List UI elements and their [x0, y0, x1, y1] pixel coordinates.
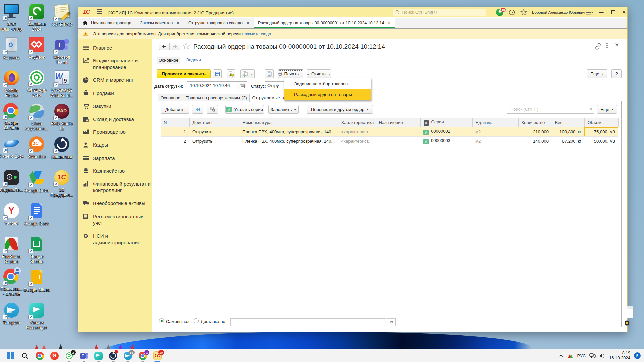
cell-characteristic[interactable]: <характерист... [338, 137, 376, 146]
desktop-icon-anydesk[interactable]: ↗AnyDesk [23, 37, 50, 60]
tray-chevron-icon[interactable] [559, 354, 564, 358]
notifications-icon[interactable]: 10 [496, 9, 503, 16]
desktop-icon-firefox[interactable]: ↗Mozilla Firefox [0, 70, 25, 98]
reports-button[interactable]: Отчеты [307, 69, 331, 78]
cell-qty[interactable]: 210,000 [518, 127, 552, 137]
delivery-address-open-icon[interactable]: ⧉ [387, 318, 396, 326]
close-document-icon[interactable]: ✕ [615, 42, 619, 48]
app-tab-1[interactable]: Заказы клиентов× [136, 18, 184, 28]
sidebar-item-truck[interactable]: Внеоборотные активы [78, 197, 152, 210]
desktop-icon-computer[interactable]: ↗Этот компьютер [0, 3, 25, 32]
taskbar-icon-chrome-profile[interactable]: a [139, 352, 147, 360]
desktop-icon-faststone[interactable]: ↗FastStone Capture [0, 236, 25, 264]
taskbar-icon-search[interactable] [21, 352, 29, 360]
desktop-icon-recycle[interactable]: ♻↗Корзина [0, 37, 25, 60]
col-header-3[interactable]: Характеристика [338, 118, 376, 127]
print-menu-item-1[interactable]: Задание на отбор товаров [284, 79, 371, 89]
sidebar-item-calc[interactable]: Регламентированный учет [78, 210, 152, 229]
more-button[interactable]: Еще [587, 69, 607, 78]
back-button[interactable] [159, 43, 170, 50]
col-header-9[interactable]: Объем [584, 118, 618, 127]
main-menu-icon[interactable] [97, 9, 103, 15]
post-and-close-button[interactable]: Провести и закрыть [157, 69, 211, 78]
desktop-icon-telegram[interactable]: ↗Telegram [0, 302, 25, 325]
col-header-2[interactable]: Номенклатура [239, 118, 338, 127]
desktop-icon-notepad[interactable]: ↗NOTE PAD [48, 3, 75, 27]
favorite-star-icon[interactable] [183, 43, 190, 50]
warning-link[interactable]: нажмите сюда [242, 31, 271, 36]
taskbar-icon-yandex-messenger[interactable] [94, 352, 103, 360]
tab-close-icon[interactable]: × [176, 20, 180, 25]
app-tab-2[interactable]: Отгрузка товаров со склада× [184, 18, 254, 28]
print-button[interactable]: Печать [278, 69, 303, 78]
cell-purpose[interactable] [376, 137, 420, 146]
share-button[interactable] [192, 105, 203, 114]
delivery-radio[interactable] [194, 318, 199, 323]
move-to-order-button[interactable]: Перенести в другой ордер [307, 105, 373, 114]
cell-characteristic[interactable]: <характерист... [338, 127, 376, 137]
get-link-icon[interactable] [594, 43, 602, 50]
taskbar-icon-start[interactable] [6, 352, 15, 360]
print-menu-item-2[interactable]: Расходный ордер на товары [284, 89, 371, 100]
desktop-icon-gsheets[interactable]: ↗Google Sheets [23, 236, 50, 264]
nav-tasks-link[interactable]: Задачи [186, 57, 201, 63]
desktop-icon-chrome[interactable]: ↗Google Chrome [0, 103, 25, 130]
col-header-4[interactable]: Назначение [376, 118, 420, 127]
cell-unit[interactable]: м2 [472, 127, 518, 137]
sidebar-item-card[interactable]: Зарплата [78, 152, 152, 165]
pickup-radio[interactable] [159, 318, 164, 323]
desktop-icon-whatsapp[interactable]: ↗WhatsApp Web [23, 70, 50, 98]
desktop-icon-wysiwyg[interactable]: W9↗WYSIWYG Web Build... [48, 70, 75, 98]
cell-purpose[interactable] [376, 127, 420, 137]
clear-search-icon[interactable]: ✕ [588, 105, 594, 114]
app-tab-0[interactable]: Начальная страница [78, 18, 136, 28]
maximize-button[interactable] [609, 8, 618, 16]
calendar-icon[interactable] [237, 81, 247, 90]
table-more-button[interactable]: Еще [597, 105, 617, 114]
more-options-icon[interactable]: ••• [606, 42, 608, 48]
taskbar-icon-whatsapp[interactable]: 2 [65, 352, 73, 360]
help-button[interactable]: ? [611, 69, 622, 78]
save-button[interactable] [213, 69, 222, 78]
app-tab-3[interactable]: Расходный ордер на товары 00-00000001 от… [254, 18, 395, 28]
volume-icon[interactable] [599, 353, 605, 358]
col-header-0[interactable]: N [161, 118, 189, 127]
network-icon[interactable] [589, 353, 596, 358]
nav-main-tab[interactable]: Основное [157, 57, 180, 64]
table-search-input[interactable]: Поиск (Ctrl+F) [507, 105, 588, 114]
sidebar-item-warehouse[interactable]: Склад и доставка [78, 113, 152, 126]
col-header-1[interactable]: Действие [189, 118, 239, 127]
sidebar-item-person[interactable]: Кадры [78, 138, 152, 152]
service-menu-icon[interactable] [586, 10, 593, 15]
barcode-scan-button[interactable] [207, 105, 218, 114]
desktop-icon-camtasia[interactable]: ↗Camtasia 2024 [23, 3, 50, 32]
desktop-icon-cisco[interactable]: ↗Cisco AnyConne... [23, 103, 50, 131]
sidebar-item-sales[interactable]: Продажи [78, 87, 152, 100]
add-row-button[interactable]: Добавить [161, 105, 189, 114]
sidebar-item-crm[interactable]: CRM и маркетинг [78, 74, 152, 87]
sidebar-item-plan[interactable]: Бюджетирование и планирование [78, 54, 152, 74]
cell-action[interactable]: Отгрузить [189, 127, 239, 137]
desktop-icon-mattermost[interactable]: ↗Mattermost [48, 136, 75, 160]
sidebar-item-barchart[interactable]: Финансовый результат и контроллинг [78, 177, 152, 197]
taskbar-icon-mattermost[interactable] [109, 352, 117, 360]
cell-volume[interactable]: 50,000, м3 [584, 137, 618, 146]
col-header-7[interactable]: Количество [518, 118, 552, 127]
post-document-button[interactable] [227, 69, 235, 78]
cell-n[interactable]: 2 [161, 137, 189, 146]
cell-serial[interactable]: #00000003 [420, 137, 472, 146]
notification-count-badge[interactable]: 5 [634, 352, 641, 359]
minimize-button[interactable]: — [597, 8, 606, 16]
desktop-icon-yamsg[interactable]: ↗Yandex Messenger [23, 302, 50, 330]
col-header-6[interactable]: Ед. изм. [472, 118, 518, 127]
delivery-address-select-button[interactable]: ... [378, 318, 386, 326]
close-button[interactable]: ✕ [620, 8, 628, 16]
cell-action[interactable]: Отгрузить [189, 137, 239, 146]
cell-weight[interactable]: 100,800, кг [552, 127, 584, 137]
desktop-icon-teams[interactable]: T↗Microsoft Teams [48, 37, 75, 65]
desktop-icon-yandex[interactable]: Y↗Yandex [0, 202, 25, 226]
desktop-icon-scloud[interactable]: 1С↗Scloud.ru [23, 136, 50, 159]
sidebar-item-coins[interactable]: Казначейство [78, 165, 152, 178]
col-header-5[interactable]: #Серия [420, 118, 472, 127]
cell-n[interactable]: 1 [161, 127, 189, 137]
